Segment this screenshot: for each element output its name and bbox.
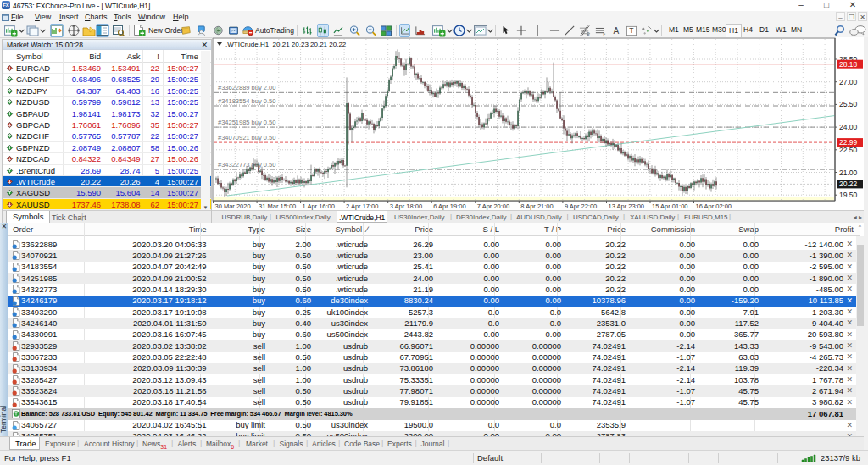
- svg-text:6 Apr 19:00: 6 Apr 19:00: [433, 202, 465, 210]
- svg-text:#34251985 buy 0.50: #34251985 buy 0.50: [218, 119, 275, 126]
- svg-text:2 Apr 17:00: 2 Apr 17:00: [346, 202, 378, 210]
- svg-text:#34322773 buy 0.50: #34322773 buy 0.50: [218, 161, 275, 169]
- svg-text:25.50: 25.50: [839, 100, 858, 108]
- svg-text:22.99: 22.99: [839, 138, 858, 147]
- svg-text:24.00: 24.00: [839, 123, 858, 131]
- svg-text:.WTICrude,H1 20.21 20.23 20.2: .WTICrude,H1 20.21 20.23 20.21 20.22: [225, 41, 347, 48]
- svg-text:3 Apr 18:00: 3 Apr 18:00: [390, 202, 422, 210]
- svg-text:30 Mar 2020: 30 Mar 2020: [215, 202, 251, 210]
- svg-text:21.00: 21.00: [839, 169, 858, 177]
- svg-text:#33622889 buy 2.00: #33622889 buy 2.00: [218, 84, 275, 91]
- svg-text:#34070921 buy 0.50: #34070921 buy 0.50: [218, 134, 275, 141]
- svg-text:8 Apr 21:00: 8 Apr 21:00: [520, 202, 553, 210]
- svg-text:7 Apr 20:00: 7 Apr 20:00: [477, 202, 509, 210]
- svg-text:9 Apr 22:00: 9 Apr 22:00: [565, 202, 597, 210]
- svg-text:13 Apr 23:00: 13 Apr 23:00: [609, 202, 645, 210]
- svg-text:16 Apr 02:00: 16 Apr 02:00: [696, 202, 732, 210]
- svg-text:31 Mar 15:00: 31 Mar 15:00: [259, 202, 296, 210]
- svg-text:28.18: 28.18: [839, 60, 858, 69]
- svg-text:F: F: [604, 31, 606, 36]
- svg-text:20.22: 20.22: [839, 180, 858, 188]
- svg-text:#34183554 buy 0.50: #34183554 buy 0.50: [218, 97, 275, 105]
- svg-text:A: A: [613, 26, 619, 36]
- svg-text:T: T: [629, 26, 634, 35]
- svg-text:15 Apr 01:00: 15 Apr 01:00: [652, 202, 688, 210]
- svg-text:19.50: 19.50: [839, 191, 858, 199]
- svg-text:22.50: 22.50: [839, 146, 858, 154]
- svg-text:E: E: [587, 32, 589, 36]
- svg-text:1 Apr 16:00: 1 Apr 16:00: [303, 202, 335, 210]
- svg-text:27.00: 27.00: [839, 78, 858, 86]
